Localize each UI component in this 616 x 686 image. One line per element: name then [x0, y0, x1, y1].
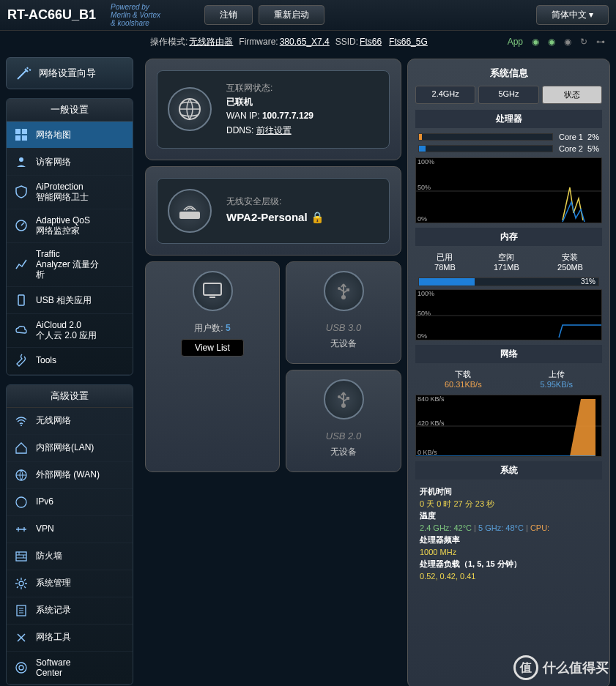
logout-button[interactable]: 注销	[204, 5, 253, 25]
system-header: 系统	[415, 461, 602, 480]
svg-rect-0	[15, 129, 21, 134]
nav-network-map[interactable]: 网络地图	[7, 122, 133, 149]
nav-guest-network[interactable]: 访客网络	[7, 149, 133, 176]
usb-icon	[324, 379, 364, 420]
svg-point-13	[16, 663, 26, 673]
watermark: 值 什么值得买	[513, 655, 609, 680]
nav-qos[interactable]: Adaptive QoS 网络监控家	[7, 209, 133, 243]
monitor-icon	[193, 271, 233, 311]
status-bar: 操作模式: 无线路由器 Firmware: 380.65_X7.4 SSID: …	[139, 31, 616, 53]
nav-software-center[interactable]: Software Center	[7, 652, 133, 685]
view-list-button[interactable]: View List	[181, 339, 244, 357]
app-link[interactable]: App	[508, 37, 523, 47]
mem-stats: 已用78MB 空闲171MB 安装250MB	[415, 249, 602, 275]
cpu-graph: 100% 50% 0%	[415, 157, 602, 223]
system-details: 开机时间 0 天 0 时 27 分 23 秒 温度 2.4 GHz: 42°C …	[415, 482, 602, 585]
security-level: WPA2-Personal	[226, 211, 308, 223]
nav-firewall[interactable]: 防火墙	[7, 543, 133, 570]
svg-point-23	[338, 395, 341, 398]
tools-icon	[14, 630, 29, 645]
svg-rect-2	[15, 135, 21, 141]
nav-ipv6[interactable]: IPv6	[7, 489, 133, 516]
nav-nettools[interactable]: 网络工具	[7, 625, 133, 652]
nav-traffic[interactable]: Traffic Analyzer 流量分 析	[7, 243, 133, 287]
core2-row: Core 2 5%	[415, 143, 602, 154]
svg-point-4	[19, 157, 23, 162]
ssid-24[interactable]: Fts66	[360, 37, 382, 47]
svg-point-14	[19, 666, 23, 670]
svg-rect-24	[346, 397, 349, 400]
gauge-icon[interactable]: ◉	[532, 37, 539, 47]
mem-bar: 31%	[418, 277, 599, 286]
cloud-icon	[14, 323, 29, 338]
svg-point-9	[16, 497, 26, 507]
networkmap-icon	[14, 127, 29, 142]
svg-rect-3	[22, 135, 27, 141]
tab-status[interactable]: 状态	[542, 86, 602, 104]
usb2-status: 无设备	[330, 446, 357, 458]
nav-wireless[interactable]: 无线网络	[7, 408, 133, 435]
ddns-link[interactable]: 前往设置	[256, 125, 292, 135]
svg-rect-10	[16, 552, 26, 561]
wan-ip: 100.77.7.129	[262, 111, 313, 121]
clients-card[interactable]: 用户数: 5 View List	[145, 261, 280, 472]
ipv6-icon	[14, 495, 29, 510]
nav-lan[interactable]: 内部网络(LAN)	[7, 435, 133, 462]
powered-by: Powered by Merlin & Vortex & koolshare	[111, 3, 160, 27]
wifi-icon[interactable]: ◉	[548, 37, 555, 47]
vpn-icon	[14, 522, 29, 537]
svg-point-11	[19, 581, 23, 586]
net-graph: 840 KB/s 420 KB/s 0 KB/s	[415, 395, 602, 457]
main-content: 互联网状态: 已联机 WAN IP: 100.77.7.129 DDNS: 前往…	[139, 53, 616, 686]
svg-rect-16	[179, 212, 200, 219]
svg-rect-6	[18, 295, 24, 305]
nav-usb-app[interactable]: USB 相关应用	[7, 287, 133, 314]
tab-5ghz[interactable]: 5GHz	[478, 86, 538, 104]
nav-admin[interactable]: 系统管理	[7, 570, 133, 597]
nav-tools[interactable]: Tools	[7, 348, 133, 375]
client-count: 5	[226, 323, 231, 333]
globe-icon	[168, 87, 212, 131]
tab-24ghz[interactable]: 2.4GHz	[415, 86, 475, 104]
top-bar: RT-AC66U_B1 Powered by Merlin & Vortex &…	[0, 0, 616, 31]
usb3-card[interactable]: USB 3.0 无设备	[286, 261, 401, 364]
setup-wizard-button[interactable]: 网络设置向导	[6, 57, 133, 89]
users-icon[interactable]: ◉	[564, 37, 571, 47]
net-header: 网络	[415, 345, 602, 363]
wifi-icon	[14, 414, 29, 428]
firmware-version[interactable]: 380.65_X7.4	[280, 37, 330, 47]
nav-aiprotection[interactable]: AiProtection 智能网络卫士	[7, 176, 133, 209]
model-name: RT-AC66U_B1	[7, 7, 96, 23]
internet-status: 已联机	[226, 95, 313, 109]
operation-mode[interactable]: 无线路由器	[189, 36, 233, 48]
firewall-icon	[14, 549, 29, 564]
nav-wan[interactable]: 外部网络 (WAN)	[7, 462, 133, 489]
language-select[interactable]: 简体中文 ▾	[536, 5, 609, 25]
mem-graph: 100% 50% 0%	[415, 289, 602, 340]
usb-icon	[324, 271, 364, 311]
nav-advanced: 高级设置 无线网络 内部网络(LAN) 外部网络 (WAN) IPv6 VPN …	[6, 384, 133, 686]
chart-icon	[14, 257, 29, 272]
svg-rect-17	[204, 283, 221, 295]
usb2-card[interactable]: USB 2.0 无设备	[286, 370, 401, 472]
wrench-icon	[14, 354, 29, 368]
security-card[interactable]: 无线安全层级: WPA2-Personal 🔒	[145, 166, 401, 256]
sysinfo-title: 系统信息	[415, 67, 602, 80]
svg-rect-18	[209, 297, 215, 298]
reboot-button[interactable]: 重新启动	[259, 5, 324, 25]
refresh-icon[interactable]: ↻	[580, 37, 587, 47]
log-icon	[14, 603, 29, 618]
usb-icon[interactable]: ⊶	[596, 37, 605, 47]
core1-row: Core 1 2%	[415, 131, 602, 143]
nav-vpn[interactable]: VPN	[7, 516, 133, 543]
svg-point-7	[21, 425, 22, 426]
sidebar: 网络设置向导 一般设置 网络地图 访客网络 AiProtection 智能网络卫…	[0, 53, 139, 686]
nav-syslog[interactable]: 系统记录	[7, 597, 133, 625]
home-icon	[14, 441, 29, 455]
guest-icon	[14, 154, 29, 169]
ssid-5[interactable]: Fts66_5G	[389, 37, 428, 47]
internet-card[interactable]: 互联网状态: 已联机 WAN IP: 100.77.7.129 DDNS: 前往…	[145, 59, 401, 160]
lock-icon: 🔒	[311, 211, 324, 223]
svg-rect-21	[346, 288, 349, 291]
nav-aicloud[interactable]: AiCloud 2.0 个人云 2.0 应用	[7, 314, 133, 348]
